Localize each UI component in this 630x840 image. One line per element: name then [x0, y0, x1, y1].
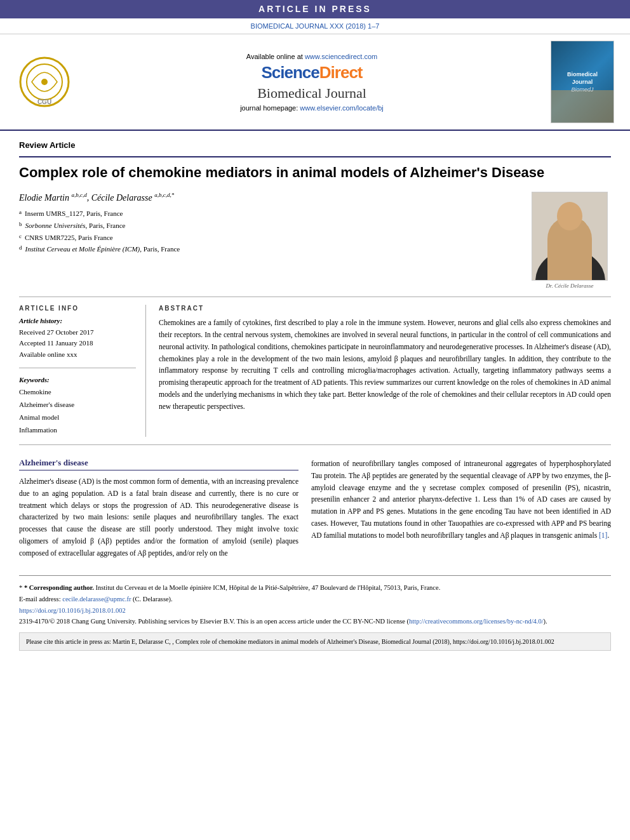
received-date: Received 27 October 2017 [19, 327, 136, 338]
science-direct-link[interactable]: www.sciencedirect.com [305, 53, 377, 60]
cite-text: Please cite this article in press as: Ma… [26, 638, 554, 645]
svg-rect-11 [580, 225, 586, 238]
cgv-logo-icon: CGU [19, 57, 70, 107]
available-date: Available online xxx [19, 349, 136, 361]
author-affiliations: a Inserm UMRS_1127, Paris, France b Sorb… [19, 208, 522, 255]
keyword-1: Chemokine [19, 386, 136, 399]
section-rule-1 [19, 297, 611, 297]
email-label: E-mail address: [19, 596, 61, 603]
svg-point-2 [41, 79, 48, 85]
author1-sup: a,b,c,d [71, 192, 86, 198]
corresponding-author-note: * * Corresponding author. Institut du Ce… [19, 582, 611, 594]
keywords-list: Chemokine Alzheimer's disease Animal mod… [19, 386, 136, 436]
info-rule [19, 368, 136, 368]
license-link[interactable]: http://creativecommons.org/licenses/by-n… [409, 618, 544, 625]
author2-name: Cécile Delarasse [91, 192, 152, 202]
accepted-date: Accepted 11 January 2018 [19, 338, 136, 349]
article-type-label: Review Article [19, 140, 611, 150]
corresponding-address: Institut du Cerveau et de la Moelle épin… [95, 584, 440, 591]
email-line: E-mail address: cecile.delarasse@upmc.fr… [19, 594, 611, 605]
article-info-header: ARTICLE INFO [19, 305, 136, 312]
author1-name: Elodie Martin [19, 192, 69, 202]
email-link[interactable]: cecile.delarasse@upmc.fr [62, 596, 131, 603]
keyword-2: Alzheimer's disease [19, 399, 136, 411]
article-in-press-banner: ARTICLE IN PRESS [0, 0, 630, 18]
svg-rect-10 [554, 225, 561, 238]
cover-journal-abbrev: BiomedJ [571, 86, 593, 93]
svg-rect-7 [564, 250, 577, 262]
doi-link[interactable]: https://doi.org/10.1016/j.bj.2018.01.002 [19, 607, 126, 614]
body-left-column: Alzheimer's disease Alzheimer's disease … [19, 458, 298, 560]
keyword-3: Animal model [19, 411, 136, 424]
title-rule-top [19, 156, 611, 157]
article-history: Received 27 October 2017 Accepted 11 Jan… [19, 327, 136, 361]
keyword-4: Inflammation [19, 424, 136, 437]
main-content: Review Article Complex role of chemokine… [0, 131, 630, 660]
cite-box: Please cite this article in press as: Ma… [19, 632, 611, 651]
body-content: Alzheimer's disease Alzheimer's disease … [19, 458, 611, 560]
cgv-logo-container: CGU [13, 41, 76, 123]
available-online-text: Available online at www.sciencedirect.co… [83, 53, 541, 60]
banner-text: ARTICLE IN PRESS [258, 4, 372, 14]
article-info-column: ARTICLE INFO Article history: Received 2… [19, 305, 146, 437]
abstract-column: ABSTRACT Chemokines are a family of cyto… [159, 305, 611, 437]
reference-1-link[interactable]: [1] [599, 531, 607, 539]
citation-text: BIOMEDICAL JOURNAL XXX (2018) 1–7 [251, 22, 380, 30]
section-title-alzheimer: Alzheimer's disease [19, 458, 298, 470]
email-author-note: (C. Delarasse). [133, 596, 173, 603]
journal-cover-container: BiomedicalJournal BiomedJ [547, 41, 617, 123]
journal-citation: BIOMEDICAL JOURNAL XXX (2018) 1–7 [0, 18, 630, 34]
journal-homepage-link[interactable]: www.elsevier.com/locate/bj [300, 104, 383, 112]
journal-homepage: journal homepage: www.elsevier.com/locat… [83, 104, 541, 112]
svg-point-13 [575, 236, 579, 239]
cover-journal-name: BiomedicalJournal [567, 71, 598, 86]
body-right-column: formation of neurofibrillary tangles com… [311, 458, 611, 560]
abstract-header: ABSTRACT [159, 305, 611, 312]
info-abstract-section: ARTICLE INFO Article history: Received 2… [19, 305, 611, 437]
author-photo-svg [532, 192, 608, 281]
affiliation-a: a Inserm UMRS_1127, Paris, France [19, 208, 522, 220]
authors-row: Elodie Martin a,b,c,d, Cécile Delarasse … [19, 192, 611, 289]
corresponding-label: * Corresponding author. [24, 584, 94, 591]
science-direct-logo: ScienceDirect [83, 63, 541, 83]
doi-line: https://doi.org/10.1016/j.bj.2018.01.002 [19, 605, 611, 617]
header-center: Available online at www.sciencedirect.co… [83, 41, 541, 123]
body-right-text: formation of neurofibrillary tangles com… [311, 458, 611, 542]
author-photo-container: Dr. Cécile Delarasse [528, 192, 611, 289]
svg-point-12 [562, 236, 566, 239]
history-label: Article history: [19, 317, 136, 324]
author2-sup: a,b,c,d,* [154, 192, 174, 198]
body-left-text: Alzheimer's disease (AD) is the most com… [19, 476, 298, 560]
authors-names: Elodie Martin a,b,c,d, Cécile Delarasse … [19, 192, 522, 203]
svg-point-9 [554, 218, 586, 233]
journal-cover-image: BiomedicalJournal BiomedJ [551, 41, 614, 123]
journal-header: CGU Available online at www.sciencedirec… [0, 34, 630, 131]
copyright-text: 2319-4170/© 2018 Chang Gung University. … [19, 617, 611, 627]
section-rule-2 [19, 444, 611, 445]
author-photo [532, 192, 608, 281]
authors-info: Elodie Martin a,b,c,d, Cécile Delarasse … [19, 192, 522, 289]
svg-point-8 [554, 222, 586, 258]
abstract-text: Chemokines are a family of cytokines, fi… [159, 317, 611, 413]
affiliation-d: d Institut Cerveau et Molle Épinière (IC… [19, 243, 522, 255]
affiliation-b: b Sorbonne Universités, Paris, France [19, 220, 522, 232]
author-photo-label: Dr. Cécile Delarasse [546, 283, 593, 289]
article-title: Complex role of chemokine mediators in a… [19, 164, 611, 182]
journal-name-header: Biomedical Journal [83, 85, 541, 102]
affiliation-c: c CNRS UMR7225, Paris France [19, 232, 522, 244]
keywords-label: Keywords: [19, 376, 136, 383]
svg-text:CGU: CGU [37, 98, 51, 105]
footnote-area: * * Corresponding author. Institut du Ce… [19, 575, 611, 650]
